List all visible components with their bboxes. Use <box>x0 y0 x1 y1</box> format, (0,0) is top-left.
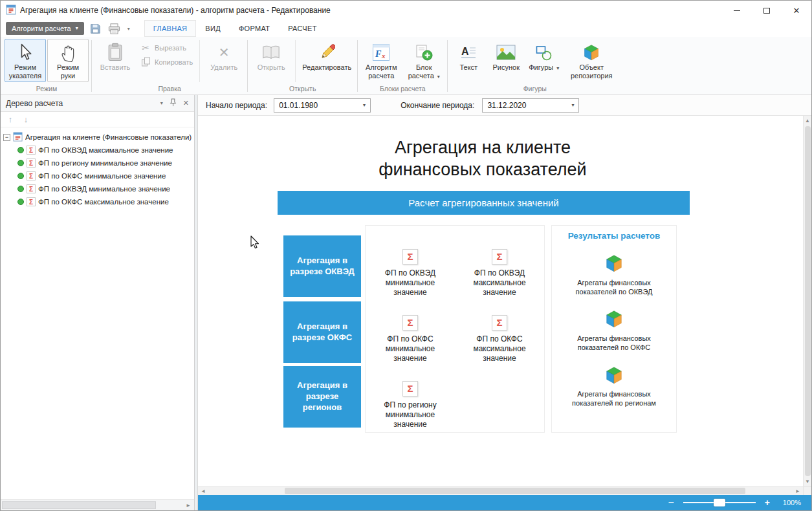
zoom-in-button[interactable]: + <box>765 498 770 507</box>
scrollbar-thumb[interactable] <box>2 501 156 509</box>
scrollbar-thumb[interactable] <box>805 126 811 476</box>
repository-object-button[interactable]: Объект репозитория <box>564 39 619 82</box>
panel-menu-icon[interactable]: ▾ <box>160 100 163 106</box>
vertical-scrollbar[interactable]: ▲ ▼ <box>803 116 811 486</box>
result-item[interactable]: Агрегаты финансовых показателей по регио… <box>565 365 663 408</box>
scroll-down-icon[interactable]: ▼ <box>805 477 810 486</box>
tree-item-label: ФП по ОКВЭД максимальное значение <box>38 146 173 154</box>
chevron-down-icon: ▾ <box>363 102 366 108</box>
delete-icon: ✕ <box>219 41 230 63</box>
window-title: Агрегация на клиенте (Финансовые показат… <box>20 6 331 15</box>
print-button[interactable] <box>107 21 122 36</box>
diagram-canvas[interactable]: Агрегация на клиенте финансовых показате… <box>198 116 803 486</box>
tree-item[interactable]: Σ ФП по ОКФС максимальное значение <box>2 195 193 208</box>
hand-mode-button[interactable]: Режим руки <box>47 39 89 82</box>
tab-format[interactable]: ФОРМАТ <box>230 20 279 37</box>
tree-root[interactable]: − Агрегация на клиенте (Финансовые показ… <box>2 131 193 144</box>
svg-text:x: x <box>381 52 386 60</box>
scroll-left-icon[interactable]: ◄ <box>198 488 208 494</box>
algorithm-menu-button[interactable]: Алгоритм расчета ▾ <box>6 22 84 35</box>
category-box-regions[interactable]: Агрегация в разрезе регионов <box>283 366 361 428</box>
period-end-value: 31.12.2020 <box>487 101 526 110</box>
period-end-input[interactable]: 31.12.2020 ▾ <box>482 98 579 113</box>
pointer-mode-button[interactable]: Режим указателя <box>5 39 46 82</box>
collapse-icon[interactable]: − <box>3 134 10 141</box>
repository-cube-icon <box>604 365 624 387</box>
edit-button[interactable]: Редактировать <box>299 39 355 74</box>
category-box-okfs[interactable]: Агрегация в разрезе ОКФС <box>283 301 361 363</box>
tree-hscrollbar[interactable]: ► <box>1 499 194 510</box>
calc-algorithm-button[interactable]: Fx Алгоритм расчета <box>360 39 402 82</box>
picture-button[interactable]: Рисунок <box>488 39 524 74</box>
scroll-up-icon[interactable]: ▲ <box>805 116 810 125</box>
tree-item[interactable]: Σ ФП по региону минимальное значение <box>2 157 193 169</box>
tree-item[interactable]: Σ ФП по ОКВЭД минимальное значение <box>2 182 193 195</box>
diagram-title[interactable]: Агрегация на клиенте финансовых показате… <box>198 136 767 180</box>
category-box-okved[interactable]: Агрегация в разрезе ОКВЭД <box>283 235 361 297</box>
zoom-out-button[interactable]: − <box>668 497 674 508</box>
calc-block[interactable]: Σ ФП по ОКФС минимальное значение <box>372 315 448 381</box>
text-button[interactable]: A Текст <box>450 39 487 74</box>
ribbon-tabs: ГЛАВНАЯ ВИД ФОРМАТ РАСЧЕТ <box>144 20 326 37</box>
scroll-right-icon[interactable]: ► <box>184 503 193 508</box>
window-controls: ✕ <box>722 1 811 20</box>
move-up-button[interactable]: ↑ <box>3 113 17 126</box>
maximize-button[interactable] <box>752 1 782 20</box>
tree-item[interactable]: Σ ФП по ОКВЭД максимальное значение <box>2 144 193 157</box>
tab-glavnaya[interactable]: ГЛАВНАЯ <box>144 20 197 37</box>
copy-icon <box>140 57 151 67</box>
copy-button[interactable]: Копировать <box>137 55 196 69</box>
pin-icon[interactable] <box>170 98 177 109</box>
text-label: Текст <box>459 63 477 72</box>
sigma-icon: Σ <box>27 184 36 193</box>
chevron-down-icon: ▾ <box>437 74 440 80</box>
zoom-slider-thumb[interactable] <box>714 499 725 506</box>
result-item[interactable]: Агрегаты финансовых показателей по ОКВЭД <box>565 254 663 296</box>
quick-access-dropdown[interactable]: ▾ <box>126 26 131 32</box>
printer-icon <box>108 23 120 34</box>
close-button[interactable]: ✕ <box>782 1 811 20</box>
paste-button[interactable]: Вставить <box>94 39 136 74</box>
scrollbar-track[interactable] <box>208 487 793 495</box>
result-item-label: Агрегаты финансовых показателей по ОКВЭД <box>565 279 663 297</box>
flow-header[interactable]: Расчет агрегированных значений <box>278 191 690 215</box>
figures-button[interactable]: Фигуры ▾ <box>525 39 562 74</box>
open-button[interactable]: Открыть <box>250 39 292 74</box>
minimize-button[interactable] <box>722 1 752 20</box>
save-button[interactable] <box>89 21 103 36</box>
tree-item-label: ФП по ОКВЭД минимальное значение <box>38 185 170 193</box>
tree-item[interactable]: Σ ФП по ОКФС минимальное значение <box>2 169 193 182</box>
calc-block-button[interactable]: Блок расчета ▾ <box>403 39 444 82</box>
tab-vid[interactable]: ВИД <box>196 20 230 37</box>
result-item[interactable]: Агрегаты финансовых показателей по ОКФС <box>565 309 663 352</box>
tree-item-label: ФП по ОКФС максимальное значение <box>38 198 169 206</box>
fx-icon: Fx <box>372 41 390 63</box>
tab-raschet[interactable]: РАСЧЕТ <box>279 20 325 37</box>
inner-separator <box>295 40 296 82</box>
cut-button[interactable]: ✂ Вырезать <box>137 41 196 54</box>
scroll-right-icon[interactable]: ► <box>793 488 803 494</box>
calc-block[interactable]: Σ ФП по ОКФС максимальное значение <box>461 315 538 381</box>
clipboard-icon <box>107 41 123 63</box>
calc-block-label: ФП по региону минимальное значение <box>372 400 448 429</box>
zoom-slider[interactable] <box>683 502 756 503</box>
scrollbar-thumb[interactable] <box>285 488 745 494</box>
period-end-label: Окончание периода: <box>401 101 474 110</box>
delete-button[interactable]: ✕ Удалить <box>203 39 245 74</box>
calc-block[interactable]: Σ ФП по ОКВЭД максимальное значение <box>461 249 538 315</box>
horizontal-scrollbar[interactable]: ◄ ► <box>198 486 811 495</box>
calc-block[interactable]: Σ ФП по ОКВЭД минимальное значение <box>372 249 448 315</box>
pointer-icon <box>18 41 32 63</box>
panel-close-icon[interactable]: ✕ <box>183 99 189 107</box>
result-item-label: Агрегаты финансовых показателей по ОКФС <box>565 334 663 353</box>
scissors-icon: ✂ <box>140 43 151 53</box>
app-icon <box>6 5 16 17</box>
period-start-input[interactable]: 01.01.1980 ▾ <box>274 98 371 113</box>
ribbon-group-open: Открыть Редактировать Открыть <box>248 38 357 94</box>
results-panel: Результаты расчетов Агрегаты финансовых … <box>551 225 677 433</box>
move-down-button[interactable]: ↓ <box>19 113 33 126</box>
calc-block[interactable]: Σ ФП по региону минимальное значение <box>372 381 448 447</box>
edit-label: Редактировать <box>302 63 351 72</box>
ribbon-group-label: Открыть <box>250 83 355 94</box>
delete-label: Удалить <box>210 63 237 72</box>
